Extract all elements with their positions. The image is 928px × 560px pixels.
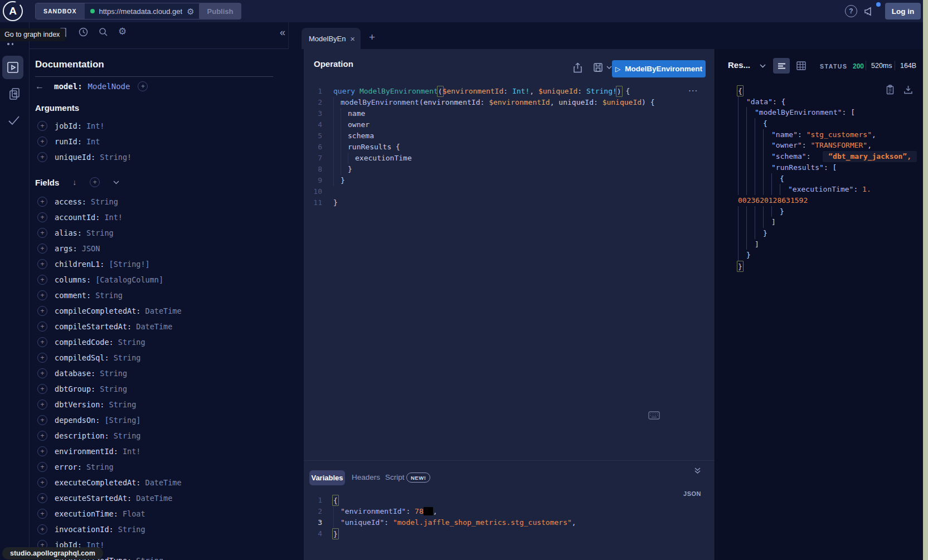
field-type[interactable]: [String]: [104, 416, 140, 425]
help-icon[interactable]: ?: [845, 5, 857, 17]
tab-variables[interactable]: Variables: [309, 470, 345, 485]
add-field-button[interactable]: +: [37, 493, 47, 503]
field-type[interactable]: DateTime: [145, 478, 182, 487]
run-operation-button[interactable]: ▷ ModelByEnvironment: [612, 60, 706, 77]
field-type[interactable]: Float: [123, 509, 145, 518]
collapse-sidebar-icon[interactable]: «: [280, 27, 285, 37]
field-ref-type[interactable]: ModelNode: [88, 82, 130, 91]
close-tab-icon[interactable]: ×: [350, 35, 355, 43]
tab-script[interactable]: Script: [385, 473, 405, 481]
field-name[interactable]: compiledCode:: [55, 338, 118, 347]
apollo-logo-icon[interactable]: A: [3, 1, 23, 21]
add-field-button[interactable]: +: [37, 400, 47, 410]
field-name[interactable]: alias:: [55, 228, 86, 237]
endpoint-url-text[interactable]: https://metadata.cloud.get: [99, 7, 183, 16]
field-type[interactable]: Int!: [86, 121, 105, 130]
field-type[interactable]: String: [136, 556, 163, 560]
field-name[interactable]: comment:: [55, 291, 95, 300]
add-field-button[interactable]: +: [37, 446, 47, 456]
field-name[interactable]: accountId:: [55, 213, 104, 222]
field-name[interactable]: executeStartedAt:: [55, 494, 136, 503]
add-field-button[interactable]: +: [37, 462, 47, 472]
field-type[interactable]: String: [91, 197, 118, 206]
add-field-button[interactable]: +: [37, 152, 47, 162]
field-name[interactable]: executionTime:: [55, 509, 123, 518]
field-name[interactable]: dbtVersion:: [55, 400, 109, 409]
add-field-button[interactable]: +: [37, 244, 47, 254]
field-name[interactable]: error:: [55, 462, 86, 471]
field-name[interactable]: childrenL1:: [55, 260, 109, 269]
add-field-button[interactable]: +: [37, 197, 47, 207]
sort-fields-icon[interactable]: ↓: [72, 178, 76, 187]
graph-index-icon[interactable]: [7, 43, 16, 45]
table-view-toggle[interactable]: [796, 61, 806, 70]
add-all-fields-button[interactable]: +: [90, 177, 100, 187]
field-type[interactable]: String: [86, 462, 114, 471]
add-field-button[interactable]: +: [37, 509, 47, 519]
response-dropdown-chevron-icon[interactable]: [760, 64, 766, 68]
variables-editor[interactable]: 1{2"environmentId": 78,3"uniqueId": "mod…: [304, 495, 576, 539]
field-name[interactable]: compiledSql:: [55, 353, 114, 362]
keyboard-shortcuts-icon[interactable]: [648, 411, 660, 420]
add-field-button[interactable]: +: [37, 259, 47, 269]
editor-menu-icon[interactable]: •••: [689, 88, 698, 93]
back-arrow-icon[interactable]: ←: [35, 81, 44, 91]
save-icon[interactable]: [593, 62, 603, 72]
settings-gear-icon[interactable]: ⚙: [118, 26, 127, 37]
field-name[interactable]: executeCompletedAt:: [55, 478, 145, 487]
field-type[interactable]: String: [118, 338, 145, 347]
field-type[interactable]: DateTime: [136, 322, 172, 331]
save-dropdown-chevron-icon[interactable]: [606, 66, 612, 70]
endpoint-url-field[interactable]: https://metadata.cloud.get ⚙: [85, 3, 213, 19]
checks-nav-item[interactable]: [7, 113, 21, 128]
field-name[interactable]: args:: [55, 244, 82, 253]
add-type-button[interactable]: +: [138, 81, 148, 91]
add-field-button[interactable]: +: [37, 322, 47, 332]
add-field-button[interactable]: +: [37, 228, 47, 238]
field-type[interactable]: String: [86, 228, 114, 237]
field-type[interactable]: String!: [100, 153, 132, 162]
publish-button[interactable]: Publish: [199, 3, 241, 20]
tab-title[interactable]: ModelByEnvi...: [309, 35, 346, 43]
schema-diff-nav-item[interactable]: [7, 86, 22, 101]
tab-modelbyenvironment[interactable]: ModelByEnvi... ×: [302, 28, 361, 49]
field-type[interactable]: DateTime: [136, 494, 172, 503]
announcements-icon[interactable]: [863, 5, 875, 17]
add-field-button[interactable]: +: [37, 353, 47, 363]
add-field-button[interactable]: +: [37, 212, 47, 222]
add-field-button[interactable]: +: [37, 337, 47, 347]
new-tab-button[interactable]: +: [369, 31, 375, 43]
add-field-button[interactable]: +: [37, 524, 47, 534]
field-name[interactable]: invocationId:: [55, 525, 118, 534]
field-type[interactable]: Int!: [123, 447, 141, 456]
field-name[interactable]: dependsOn:: [55, 416, 104, 425]
add-field-button[interactable]: +: [37, 431, 47, 441]
field-name[interactable]: compileStartedAt:: [55, 322, 136, 331]
field-type[interactable]: String: [95, 291, 123, 300]
field-name[interactable]: compileCompletedAt:: [55, 306, 145, 315]
history-icon[interactable]: [78, 27, 89, 37]
field-name[interactable]: columns:: [55, 275, 95, 284]
endpoint-settings-gear-icon[interactable]: ⚙: [187, 7, 194, 16]
add-field-button[interactable]: +: [37, 290, 47, 300]
field-type[interactable]: JSON: [82, 244, 100, 253]
field-name[interactable]: description:: [55, 431, 114, 440]
field-type[interactable]: Int: [86, 137, 100, 146]
add-field-button[interactable]: +: [37, 121, 47, 131]
field-type[interactable]: String: [114, 353, 141, 362]
field-name[interactable]: runId:: [55, 137, 86, 146]
field-type[interactable]: String: [109, 400, 137, 409]
add-field-button[interactable]: +: [37, 137, 47, 147]
search-icon[interactable]: [98, 27, 109, 37]
field-type[interactable]: String: [114, 431, 141, 440]
add-field-button[interactable]: +: [37, 415, 47, 425]
field-type[interactable]: String: [118, 525, 145, 534]
add-field-button[interactable]: +: [37, 478, 47, 488]
tree-view-toggle[interactable]: [773, 58, 790, 74]
field-name[interactable]: database:: [55, 369, 100, 378]
field-name[interactable]: uniqueId:: [55, 153, 100, 162]
add-field-button[interactable]: +: [37, 306, 47, 316]
add-field-button[interactable]: +: [37, 384, 47, 394]
response-title[interactable]: Res...: [728, 60, 750, 70]
field-name[interactable]: dbtGroup:: [55, 384, 100, 393]
